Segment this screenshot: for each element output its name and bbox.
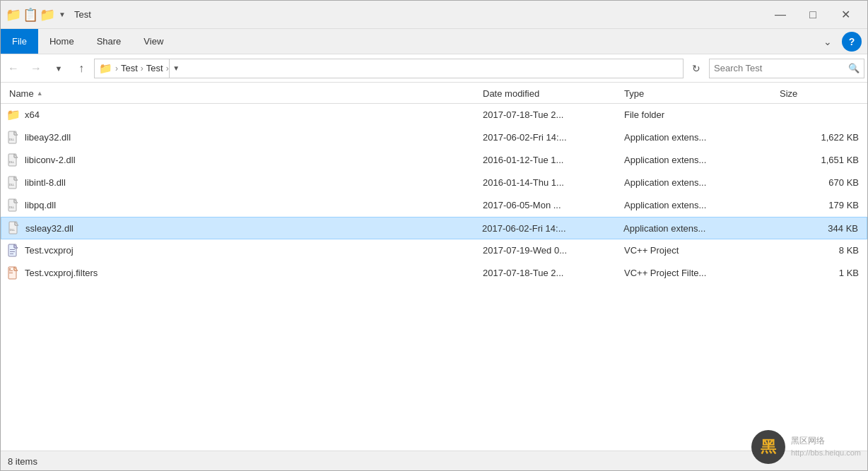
- file-name: ssleay32.dll: [25, 223, 74, 234]
- file-date: 2017-06-02-Fri 14:...: [480, 132, 621, 143]
- file-date: 2017-07-18-Tue 2...: [480, 109, 621, 120]
- svg-text:DLL: DLL: [9, 183, 15, 186]
- file-type: Application extens...: [621, 200, 777, 210]
- file-row[interactable]: Test.vcxproj.filters 2017-07-18-Tue 2...…: [1, 262, 867, 285]
- recent-locations-btn[interactable]: ▼: [49, 59, 69, 78]
- address-bar: ← → ▼ ↑ 📁 › Test › Test › ▼ ↻ 🔍: [1, 54, 867, 83]
- search-box[interactable]: 🔍: [709, 59, 864, 78]
- file-row[interactable]: 📁 x64 2017-07-18-Tue 2... File folder: [1, 104, 867, 126]
- file-size: 344 KB: [776, 223, 861, 234]
- col-header-size[interactable]: Size: [777, 83, 862, 104]
- file-type: VC++ Project Filte...: [621, 268, 777, 278]
- file-row[interactable]: DLL ssleay32.dll 2017-06-02-Fri 14:... A…: [1, 217, 867, 239]
- sort-arrow-name: ▲: [37, 90, 43, 97]
- file-type: Application extens...: [621, 223, 776, 234]
- file-size: 179 KB: [777, 200, 862, 210]
- file-type: Application extens...: [621, 132, 777, 143]
- col-header-date[interactable]: Date modified: [480, 83, 621, 104]
- svg-rect-17: [10, 249, 15, 250]
- dll-icon: DLL: [6, 176, 20, 190]
- file-type: Application extens...: [621, 177, 777, 188]
- dll-icon: DLL: [6, 153, 20, 167]
- path-folder-icon: 📁: [99, 62, 112, 75]
- file-date: 2016-01-12-Tue 1...: [480, 155, 621, 165]
- col-header-type[interactable]: Type: [621, 83, 777, 104]
- search-input[interactable]: [714, 63, 845, 73]
- svg-text:DLL: DLL: [9, 205, 15, 209]
- item-count: 8 items: [8, 456, 37, 467]
- svg-rect-18: [10, 251, 15, 252]
- dll-icon: DLL: [6, 131, 20, 145]
- file-row[interactable]: Test.vcxproj 2017-07-19-Wed 0... VC++ Pr…: [1, 239, 867, 262]
- file-date: 2017-07-18-Tue 2...: [480, 268, 621, 278]
- path-dropdown-btn[interactable]: ▼: [169, 59, 183, 78]
- tb-icon-1: 📁: [6, 8, 20, 22]
- folder-icon: 📁: [6, 108, 20, 122]
- file-size: 8 KB: [777, 245, 862, 256]
- watermark: 黑 黑区网络 http://bbs.heiqu.com: [751, 430, 861, 464]
- svg-rect-22: [9, 268, 11, 270]
- file-name: Test.vcxproj.filters: [25, 268, 98, 278]
- file-name-cell: DLL libpq.dll: [6, 198, 480, 213]
- dll-icon: DLL: [7, 221, 21, 235]
- file-name: libiconv-2.dll: [25, 155, 76, 165]
- file-row[interactable]: DLL libeay32.dll 2017-06-02-Fri 14:... A…: [1, 126, 867, 149]
- file-type: File folder: [621, 109, 777, 120]
- forward-button[interactable]: →: [26, 59, 46, 78]
- file-type: Application extens...: [621, 155, 777, 165]
- address-path-inner: 📁 › Test › Test ›: [99, 62, 169, 75]
- svg-text:DLL: DLL: [10, 228, 16, 232]
- svg-rect-19: [10, 254, 13, 254]
- refresh-button[interactable]: ↻: [686, 59, 706, 78]
- address-path[interactable]: 📁 › Test › Test › ▼: [94, 59, 684, 78]
- file-list-header: Name ▲ Date modified Type Size: [1, 83, 867, 104]
- file-type: VC++ Project: [621, 245, 777, 256]
- maximize-button[interactable]: □: [797, 1, 829, 29]
- tb-icon-2: 📋: [23, 8, 37, 22]
- menu-view[interactable]: View: [132, 29, 175, 54]
- menu-expand-btn[interactable]: ⌄: [816, 30, 839, 53]
- watermark-text: 黑区网络 http://bbs.heiqu.com: [791, 435, 861, 459]
- path-item-test1[interactable]: Test: [121, 63, 138, 73]
- file-list-area: Name ▲ Date modified Type Size 📁 x64 201…: [1, 83, 867, 451]
- menu-file[interactable]: File: [1, 29, 38, 54]
- main-content: Name ▲ Date modified Type Size 📁 x64 201…: [1, 83, 867, 451]
- minimize-button[interactable]: —: [764, 1, 797, 29]
- file-name-cell: Test.vcxproj.filters: [6, 266, 480, 280]
- up-button[interactable]: ↑: [71, 59, 91, 78]
- title-bar-dropdown[interactable]: ▼: [57, 10, 67, 20]
- svg-rect-23: [9, 270, 13, 271]
- menu-home[interactable]: Home: [38, 29, 86, 54]
- svg-rect-24: [9, 273, 13, 273]
- file-name: Test.vcxproj: [25, 245, 74, 256]
- tb-icon-3: 📁: [40, 8, 54, 22]
- file-name: libeay32.dll: [25, 132, 71, 143]
- file-name-cell: DLL libiconv-2.dll: [6, 153, 480, 167]
- vcxproj-icon: [6, 244, 20, 258]
- title-bar-title: Test: [74, 9, 760, 20]
- svg-text:DLL: DLL: [9, 160, 15, 164]
- title-bar-controls: — □ ✕: [764, 1, 862, 29]
- file-date: 2017-06-02-Fri 14:...: [479, 223, 621, 234]
- path-item-test2[interactable]: Test: [146, 63, 163, 73]
- path-sep-1: ›: [115, 64, 118, 73]
- file-name-cell: DLL libintl-8.dll: [6, 176, 480, 190]
- file-date: 2016-01-14-Thu 1...: [480, 177, 621, 188]
- menu-expand-area: ⌄ ?: [811, 29, 867, 54]
- file-size: 1,622 KB: [777, 132, 862, 143]
- file-date: 2017-06-05-Mon ...: [480, 200, 621, 210]
- close-button[interactable]: ✕: [829, 1, 862, 29]
- col-header-name[interactable]: Name ▲: [6, 83, 480, 104]
- status-bar: 8 items: [1, 451, 867, 471]
- file-size: 1,651 KB: [777, 155, 862, 165]
- back-button[interactable]: ←: [4, 59, 23, 78]
- file-name-cell: DLL libeay32.dll: [6, 131, 480, 145]
- file-row[interactable]: DLL libpq.dll 2017-06-05-Mon ... Applica…: [1, 194, 867, 217]
- help-button[interactable]: ?: [842, 32, 862, 52]
- file-row[interactable]: DLL libiconv-2.dll 2016-01-12-Tue 1... A…: [1, 149, 867, 172]
- file-row[interactable]: DLL libintl-8.dll 2016-01-14-Thu 1... Ap…: [1, 172, 867, 194]
- title-bar: 📁 📋 📁 ▼ Test — □ ✕: [1, 1, 867, 29]
- search-icon[interactable]: 🔍: [848, 63, 860, 73]
- file-name: libintl-8.dll: [25, 177, 66, 188]
- menu-share[interactable]: Share: [86, 29, 133, 54]
